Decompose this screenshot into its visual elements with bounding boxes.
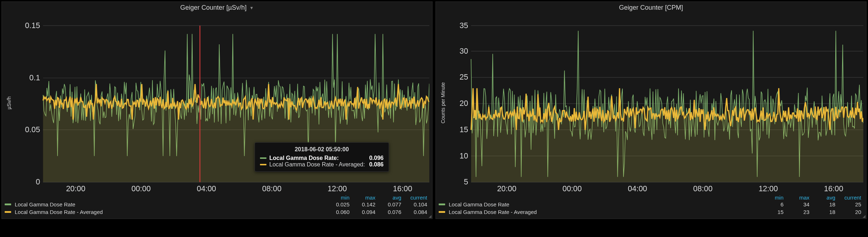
svg-text:5: 5 xyxy=(464,178,468,186)
svg-text:04:00: 04:00 xyxy=(628,184,647,192)
chevron-down-icon[interactable]: ▼ xyxy=(250,5,254,10)
svg-text:12:00: 12:00 xyxy=(759,184,778,192)
legend-series-name: Local Gamma Dose Rate - Averaged xyxy=(449,209,537,215)
svg-text:16:00: 16:00 xyxy=(393,184,412,192)
chart-svg: 35 30 25 20 15 10 5 20:00 00:00 04:00 08… xyxy=(447,14,863,192)
panel-title[interactable]: Geiger Counter [µSv/h] ▼ xyxy=(5,4,429,12)
svg-text:15: 15 xyxy=(460,125,468,134)
legend-val: 25 xyxy=(837,201,863,207)
legend-col-current[interactable]: current xyxy=(837,194,863,201)
swatch-icon xyxy=(260,157,266,159)
legend-val: 0.142 xyxy=(352,201,378,207)
legend-val: 34 xyxy=(786,201,812,207)
legend-col-avg[interactable]: avg xyxy=(378,194,403,201)
legend-row[interactable]: Local Gamma Dose Rate - Averaged 15 23 1… xyxy=(439,208,863,216)
panel-usv: Geiger Counter [µSv/h] ▼ µSv/h 0.15 0.1 … xyxy=(1,1,433,219)
legend-val: 20 xyxy=(837,209,863,215)
swatch-icon xyxy=(439,211,445,213)
svg-text:0.1: 0.1 xyxy=(29,73,40,82)
legend-series-name: Local Gamma Dose Rate xyxy=(15,201,75,207)
legend-header: min max avg current xyxy=(5,194,429,201)
legend-val: 0.025 xyxy=(326,201,352,207)
legend-col-min[interactable]: min xyxy=(760,194,786,201)
legend-val: 0.084 xyxy=(403,209,429,215)
legend-val: 0.094 xyxy=(352,209,378,215)
svg-text:00:00: 00:00 xyxy=(562,184,582,192)
legend-val: 0.060 xyxy=(326,209,352,215)
svg-text:30: 30 xyxy=(460,47,468,55)
x-ticks: 20:00 00:00 04:00 08:00 12:00 16:00 xyxy=(497,184,843,192)
y-ticks: 35 30 25 20 15 10 5 xyxy=(460,21,468,187)
legend-val: 18 xyxy=(812,209,837,215)
svg-text:20: 20 xyxy=(460,99,468,108)
legend-col-max[interactable]: max xyxy=(786,194,812,201)
svg-text:0.05: 0.05 xyxy=(25,125,40,134)
resize-handle-icon[interactable] xyxy=(862,214,865,218)
legend-header: min max avg current xyxy=(439,194,863,201)
svg-text:20:00: 20:00 xyxy=(66,184,86,192)
legend-col-avg[interactable]: avg xyxy=(812,194,837,201)
y-ticks: 0.15 0.1 0.05 0 xyxy=(25,21,40,187)
resize-handle-icon[interactable] xyxy=(428,214,431,218)
swatch-icon xyxy=(5,211,11,213)
svg-text:0: 0 xyxy=(36,178,40,186)
swatch-icon xyxy=(439,204,445,205)
legend-table: min max avg current Local Gamma Dose Rat… xyxy=(439,194,863,216)
panel-title[interactable]: Geiger Counter [CPM] xyxy=(439,4,863,12)
legend-col-min[interactable]: min xyxy=(326,194,352,201)
legend-row[interactable]: Local Gamma Dose Rate 6 34 18 25 xyxy=(439,201,863,208)
chart-area[interactable]: 0.15 0.1 0.05 0 20:00 00:00 04:00 08:00 … xyxy=(13,14,429,192)
svg-text:08:00: 08:00 xyxy=(693,184,713,192)
legend-val: 15 xyxy=(760,209,786,215)
svg-text:35: 35 xyxy=(460,21,468,30)
svg-text:16:00: 16:00 xyxy=(824,184,843,192)
svg-text:0.15: 0.15 xyxy=(25,21,40,30)
legend-col-max[interactable]: max xyxy=(352,194,378,201)
legend-val: 0.104 xyxy=(403,201,429,207)
y-axis-label: µSv/h xyxy=(5,14,13,192)
svg-text:08:00: 08:00 xyxy=(262,184,282,192)
tooltip-row: Local Gamma Dose Rate: 0.096 xyxy=(260,155,384,161)
svg-text:25: 25 xyxy=(460,73,468,81)
x-ticks: 20:00 00:00 04:00 08:00 12:00 16:00 xyxy=(66,184,412,192)
svg-text:20:00: 20:00 xyxy=(497,184,516,192)
legend-val: 0.076 xyxy=(378,209,403,215)
legend-row[interactable]: Local Gamma Dose Rate - Averaged 0.060 0… xyxy=(5,208,429,216)
svg-text:12:00: 12:00 xyxy=(328,184,347,192)
legend-table: min max avg current Local Gamma Dose Rat… xyxy=(5,194,429,216)
hover-tooltip: 2018-06-02 05:50:00 Local Gamma Dose Rat… xyxy=(255,142,389,172)
swatch-icon xyxy=(260,164,266,165)
legend-val: 6 xyxy=(760,201,786,207)
chart-area[interactable]: 35 30 25 20 15 10 5 20:00 00:00 04:00 08… xyxy=(447,14,863,192)
legend-series-name: Local Gamma Dose Rate xyxy=(449,201,509,207)
legend-col-current[interactable]: current xyxy=(403,194,429,201)
y-axis-label: Counts per Minute xyxy=(439,14,447,192)
panel-title-text: Geiger Counter [µSv/h] xyxy=(180,4,246,12)
panel-cpm: Geiger Counter [CPM] Counts per Minute 3… xyxy=(435,1,867,219)
svg-text:04:00: 04:00 xyxy=(197,184,216,192)
legend-series-name: Local Gamma Dose Rate - Averaged xyxy=(15,209,103,215)
legend-val: 18 xyxy=(812,201,837,207)
legend-val: 0.077 xyxy=(378,201,403,207)
svg-text:10: 10 xyxy=(460,152,468,160)
legend-val: 23 xyxy=(786,209,812,215)
swatch-icon xyxy=(5,204,11,205)
tooltip-timestamp: 2018-06-02 05:50:00 xyxy=(260,146,384,153)
legend-row[interactable]: Local Gamma Dose Rate 0.025 0.142 0.077 … xyxy=(5,201,429,208)
svg-text:00:00: 00:00 xyxy=(131,184,151,192)
panel-title-text: Geiger Counter [CPM] xyxy=(619,4,683,12)
tooltip-row: Local Gamma Dose Rate - Averaged: 0.086 xyxy=(260,161,384,168)
